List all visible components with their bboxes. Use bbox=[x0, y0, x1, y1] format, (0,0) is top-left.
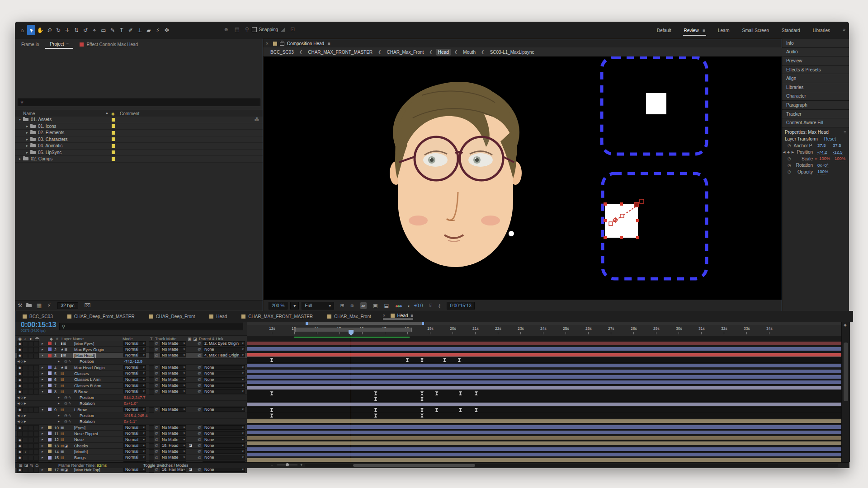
track-layer-row[interactable] bbox=[247, 341, 841, 346]
label-column-icon[interactable]: ◆ bbox=[50, 337, 53, 341]
parent-select[interactable]: 4. Max Head Origin▾ bbox=[203, 353, 245, 358]
lock-toggle[interactable] bbox=[33, 365, 39, 371]
parent-select[interactable]: None▾ bbox=[203, 425, 245, 430]
choose-grid-icon[interactable]: ⊞ bbox=[340, 303, 344, 309]
solo-toggle[interactable] bbox=[28, 377, 33, 383]
eye-toggle[interactable]: ◉ bbox=[17, 443, 23, 449]
graph-icon[interactable]: ∿ bbox=[68, 359, 72, 363]
layer-duration-bar[interactable] bbox=[247, 458, 841, 462]
layer-duration-bar[interactable] bbox=[247, 386, 841, 389]
graph-icon[interactable]: ∿ bbox=[68, 395, 72, 399]
property-value[interactable]: 0x+1.0° bbox=[124, 401, 138, 406]
eye-toggle[interactable]: ◉ bbox=[17, 449, 23, 455]
matte-pickwhip-icon[interactable]: @ bbox=[155, 389, 158, 393]
solo-toggle[interactable] bbox=[28, 431, 33, 436]
keyframe-icon[interactable] bbox=[458, 358, 461, 362]
audio-toggle[interactable] bbox=[23, 377, 28, 383]
expand-chevron[interactable]: ▸ bbox=[42, 468, 43, 472]
anchorp-value-0[interactable]: 37.5 bbox=[817, 143, 826, 148]
audio-toggle[interactable] bbox=[23, 443, 28, 449]
keyframe-icon[interactable] bbox=[270, 391, 274, 395]
blend-mode-select[interactable]: Normal▾ bbox=[123, 377, 146, 382]
matte-pickwhip-icon[interactable]: @ bbox=[155, 425, 158, 429]
motion-blur-column-icon[interactable]: ◪ bbox=[193, 337, 197, 341]
track-layer-row[interactable] bbox=[247, 446, 841, 452]
track-layer-row[interactable] bbox=[247, 457, 841, 462]
constrain-link-icon[interactable]: ∞ bbox=[815, 157, 817, 161]
keyframe-icon[interactable] bbox=[475, 408, 478, 412]
track-layer-row[interactable] bbox=[247, 435, 841, 441]
label-swatch[interactable] bbox=[48, 426, 52, 429]
matte-pickwhip-icon[interactable]: @ bbox=[155, 377, 158, 381]
lock-toggle[interactable] bbox=[33, 383, 39, 389]
render-icon[interactable]: ⚡ bbox=[47, 302, 51, 309]
layer-duration-bar[interactable] bbox=[247, 403, 841, 406]
parent-pickwhip-icon[interactable]: @ bbox=[198, 389, 201, 393]
layer-name[interactable]: Glasses L Arm bbox=[74, 377, 100, 382]
lock-toggle[interactable] bbox=[33, 353, 39, 359]
preserve-transparency-toggle[interactable] bbox=[149, 455, 154, 461]
resolution-select[interactable]: Full▾ bbox=[302, 302, 334, 310]
workspace-tab-small-screen[interactable]: Small Screen bbox=[736, 26, 775, 35]
flowchart-icon[interactable]: ⁂ bbox=[255, 117, 259, 122]
layer-name[interactable]: Cheeks bbox=[74, 444, 88, 448]
panel-tab-frame-io[interactable]: Frame.io bbox=[17, 40, 43, 49]
exposure-value[interactable]: +0.0 bbox=[414, 303, 423, 308]
track-matte-select[interactable]: No Matte▾ bbox=[160, 371, 186, 375]
right-tab-effects-presets[interactable]: Effects & Presets bbox=[782, 66, 849, 75]
workspace-tab-standard[interactable]: Standard bbox=[775, 26, 807, 35]
track-matte-select[interactable]: No Matte▾ bbox=[160, 383, 186, 388]
parent-select[interactable]: None▾ bbox=[203, 377, 245, 382]
matte-switch-icon[interactable]: ◪ bbox=[189, 443, 193, 447]
preserve-transparency-toggle[interactable] bbox=[149, 437, 154, 443]
close-icon[interactable]: × bbox=[266, 41, 269, 46]
layer-row-max-eyes-origin[interactable]: ◉▸2★⊞Max Eyes OriginNormal▾@No Matte▾@No… bbox=[15, 347, 247, 352]
parent-select[interactable]: None▾ bbox=[203, 449, 245, 454]
eye-toggle[interactable]: ◉ bbox=[17, 377, 23, 383]
layer-duration-bar[interactable] bbox=[247, 419, 841, 423]
parent-select[interactable]: None▾ bbox=[203, 443, 245, 448]
tree-item-02-comps[interactable]: ▸ 02. Comps bbox=[15, 156, 263, 163]
layer-duration-bar[interactable] bbox=[247, 447, 841, 451]
snap-options-icon[interactable]: ◢ bbox=[281, 26, 285, 33]
expand-chevron[interactable]: ▸ bbox=[42, 384, 43, 388]
rotation-value-0[interactable]: 0x+0° bbox=[817, 163, 829, 168]
magnification-value[interactable]: 200 % bbox=[269, 302, 288, 310]
solo-toggle[interactable] bbox=[28, 353, 33, 359]
track-matte-select[interactable]: No Matte▾ bbox=[160, 347, 186, 352]
column-parent-link[interactable]: Parent & Link bbox=[199, 337, 223, 341]
blend-mode-select[interactable]: Normal▾ bbox=[123, 341, 146, 346]
solo-toggle[interactable] bbox=[28, 347, 33, 352]
expand-chevron[interactable]: ▸ bbox=[42, 426, 43, 430]
layer-duration-bar[interactable] bbox=[247, 353, 841, 357]
parent-select[interactable]: None▾ bbox=[203, 371, 245, 375]
right-tab-content-aware-fill[interactable]: Content-Aware Fill bbox=[782, 118, 849, 127]
preserve-transparency-toggle[interactable] bbox=[149, 371, 154, 376]
parent-select[interactable]: None▾ bbox=[203, 389, 245, 394]
opacity-value-0[interactable]: 100% bbox=[817, 169, 828, 174]
layer-duration-bar[interactable] bbox=[247, 370, 841, 373]
track-property-row[interactable] bbox=[247, 413, 841, 418]
track-layer-row[interactable] bbox=[247, 452, 841, 457]
matte-pickwhip-icon[interactable]: @ bbox=[155, 353, 158, 357]
keyframe-icon[interactable] bbox=[435, 408, 439, 412]
layer-duration-bar[interactable] bbox=[247, 380, 841, 384]
parent-pickwhip-icon[interactable]: @ bbox=[198, 443, 201, 447]
panel-tab-effect-controls-max-head[interactable]: Effect Controls Max Head bbox=[75, 40, 142, 49]
lock-toggle[interactable] bbox=[33, 341, 39, 347]
label-swatch[interactable] bbox=[48, 456, 52, 460]
interpret-footage-icon[interactable]: ⚒ bbox=[18, 302, 23, 309]
layer-switches-icon[interactable]: ⊟◪↹♺ bbox=[19, 463, 41, 468]
expand-chevron[interactable]: ▸ bbox=[58, 401, 60, 405]
layer-duration-bar[interactable] bbox=[247, 441, 841, 445]
lock-toggle[interactable] bbox=[33, 437, 39, 443]
channels-icon[interactable]: ●●● bbox=[395, 303, 401, 309]
eye-toggle[interactable]: ◉ bbox=[17, 347, 23, 352]
timeline-tab-head[interactable]: Head bbox=[207, 314, 227, 319]
collaborate-icon[interactable]: ☻ bbox=[223, 26, 229, 33]
layer-name[interactable]: L Brow bbox=[74, 408, 87, 412]
right-tab-align[interactable]: Align bbox=[782, 74, 849, 83]
eye-toggle[interactable]: ◉ bbox=[17, 353, 23, 359]
panel-menu-icon[interactable]: ≡ bbox=[844, 130, 846, 135]
solo-toggle[interactable] bbox=[28, 437, 33, 443]
